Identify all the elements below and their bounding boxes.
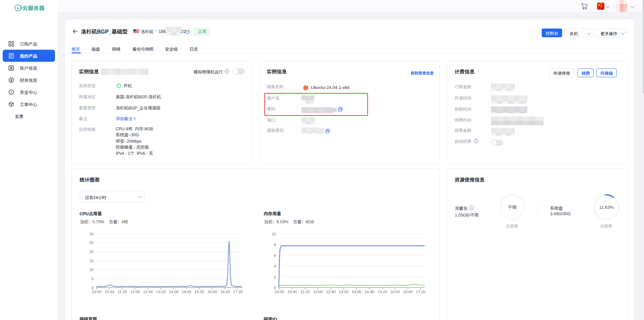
svg-text:ip: ip xyxy=(17,6,20,10)
svg-text:不限: 不限 xyxy=(508,205,517,210)
svg-text:11.63%: 11.63% xyxy=(599,205,614,210)
